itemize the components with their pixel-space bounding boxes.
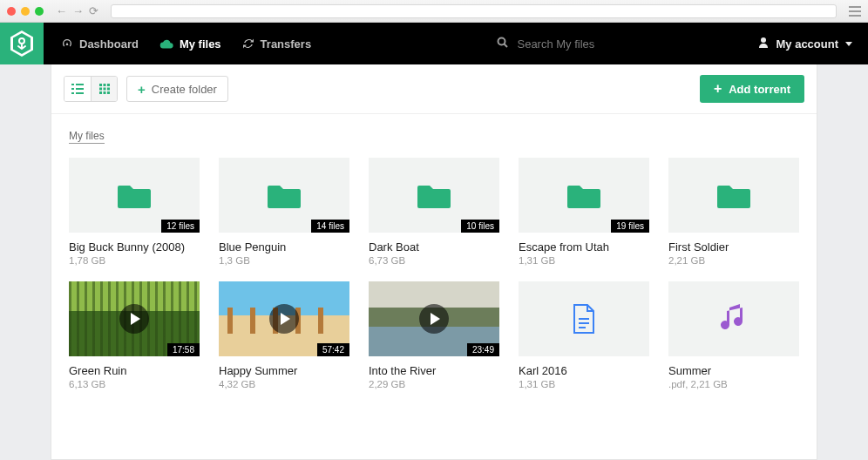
breadcrumb: My files	[51, 114, 817, 149]
svg-rect-13	[107, 84, 110, 86]
file-count-badge: 12 files	[161, 220, 200, 233]
tile-title: Escape from Utah	[519, 240, 649, 254]
folder-icon	[566, 180, 601, 210]
svg-rect-9	[71, 92, 74, 94]
user-icon	[758, 37, 769, 51]
file-tile[interactable]: Karl 20161,31 GB	[519, 281, 649, 389]
file-count-badge: 10 files	[461, 220, 499, 233]
plus-icon: +	[138, 82, 146, 97]
account-menu[interactable]: My account	[758, 37, 852, 51]
nav-myfiles[interactable]: My files	[159, 37, 221, 51]
account-label: My account	[776, 37, 838, 51]
tile-title: Green Ruin	[69, 364, 200, 377]
tile-meta: 2,21 GB	[668, 255, 799, 266]
nav-dashboard-label: Dashboard	[79, 37, 139, 51]
file-tile[interactable]: 19 filesEscape from Utah1,31 GB	[519, 158, 649, 266]
tile-meta: 1,31 GB	[519, 379, 649, 389]
nav-dashboard[interactable]: Dashboard	[61, 37, 139, 51]
dashboard-icon	[61, 37, 73, 50]
svg-rect-11	[99, 84, 102, 86]
browser-chrome: ← → ⟳	[0, 0, 868, 23]
browser-menu-icon[interactable]	[849, 6, 861, 17]
tile-meta: 6,13 GB	[69, 379, 200, 389]
view-grid-button[interactable]	[91, 77, 117, 101]
file-tile[interactable]: 57:42Happy Summer4,32 GB	[219, 281, 349, 389]
file-tile[interactable]: 17:58Green Ruin6,13 GB	[69, 281, 200, 389]
file-tile[interactable]: 12 filesBig Buck Bunny (2008)1,78 GB	[69, 158, 200, 266]
file-tile[interactable]: 14 filesBlue Penguin1,3 GB	[219, 158, 349, 266]
file-tile[interactable]: Summer.pdf, 2,21 GB	[668, 281, 799, 389]
view-list-button[interactable]	[64, 77, 91, 101]
search-area	[497, 37, 741, 51]
url-bar[interactable]	[111, 4, 837, 18]
file-tile[interactable]: 10 filesDark Boat6,73 GB	[369, 158, 499, 266]
file-count-badge: 14 files	[311, 220, 349, 233]
svg-rect-5	[71, 84, 74, 85]
folder-thumbnail: 19 files	[519, 158, 649, 233]
tile-title: Into the River	[369, 364, 499, 377]
play-icon	[119, 304, 149, 334]
panel: + Create folder + Add torrent My files 1…	[51, 64, 817, 460]
top-bar: Dashboard My files Transfers My account	[0, 23, 868, 64]
browser-nav: ← → ⟳	[56, 4, 98, 17]
toolbar: + Create folder + Add torrent	[51, 64, 817, 114]
cloud-icon	[159, 38, 173, 49]
folder-icon	[716, 180, 751, 210]
svg-rect-18	[103, 91, 105, 94]
duration-badge: 57:42	[317, 343, 349, 356]
minimize-window-icon[interactable]	[21, 7, 30, 16]
play-icon	[269, 304, 299, 334]
search-input[interactable]	[517, 37, 691, 51]
tile-meta: .pdf, 2,21 GB	[668, 379, 799, 389]
tile-meta: 1,78 GB	[69, 255, 200, 266]
doc-thumbnail	[519, 281, 649, 356]
svg-rect-19	[107, 91, 110, 94]
maximize-window-icon[interactable]	[35, 7, 44, 16]
tile-title: Big Buck Bunny (2008)	[69, 240, 200, 254]
nav-myfiles-label: My files	[180, 37, 221, 51]
search-icon	[497, 37, 508, 51]
folder-thumbnail: 10 files	[369, 158, 499, 233]
svg-point-2	[498, 38, 505, 45]
svg-rect-15	[103, 88, 105, 91]
nav-transfers[interactable]: Transfers	[242, 37, 312, 51]
file-count-badge: 19 files	[611, 220, 649, 233]
file-tile[interactable]: 23:49Into the River2,29 GB	[369, 281, 499, 389]
transfers-icon	[242, 37, 254, 50]
close-window-icon[interactable]	[7, 7, 16, 16]
tile-title: Karl 2016	[519, 364, 649, 377]
file-tile[interactable]: First Soldier2,21 GB	[668, 158, 799, 266]
duration-badge: 23:49	[467, 343, 499, 356]
view-toggle	[64, 76, 118, 102]
back-icon[interactable]: ←	[56, 4, 67, 17]
forward-icon[interactable]: →	[72, 4, 84, 17]
nav-transfers-label: Transfers	[261, 37, 312, 51]
svg-line-3	[505, 44, 508, 48]
svg-rect-12	[103, 84, 105, 86]
folder-icon	[417, 180, 451, 210]
tile-title: First Soldier	[668, 240, 799, 254]
breadcrumb-root[interactable]: My files	[69, 130, 105, 144]
svg-point-4	[761, 37, 766, 43]
reload-icon[interactable]: ⟳	[89, 4, 98, 17]
tile-title: Happy Summer	[219, 364, 349, 377]
add-torrent-button[interactable]: + Add torrent	[700, 75, 804, 103]
tile-meta: 6,73 GB	[369, 255, 499, 266]
svg-rect-8	[76, 88, 84, 90]
content: + Create folder + Add torrent My files 1…	[0, 64, 868, 460]
main-nav: Dashboard My files Transfers	[61, 37, 311, 51]
tile-title: Summer	[668, 364, 799, 377]
create-folder-button[interactable]: + Create folder	[126, 76, 228, 102]
app-logo[interactable]	[0, 23, 44, 64]
add-torrent-label: Add torrent	[729, 83, 790, 96]
duration-badge: 17:58	[167, 343, 200, 356]
svg-rect-14	[99, 88, 102, 91]
document-icon	[571, 303, 597, 335]
folder-thumbnail	[668, 158, 799, 233]
chevron-down-icon	[845, 42, 852, 46]
video-thumbnail: 23:49	[369, 281, 499, 356]
svg-rect-16	[107, 88, 110, 91]
tile-meta: 1,3 GB	[219, 255, 349, 266]
svg-rect-6	[76, 84, 84, 85]
tile-title: Dark Boat	[369, 240, 499, 254]
